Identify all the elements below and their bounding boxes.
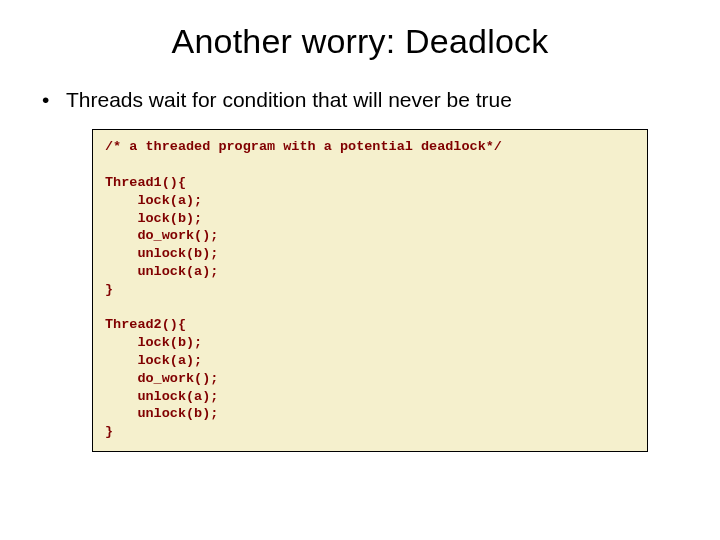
code-content: /* a threaded program with a potential d… <box>105 138 635 441</box>
code-block: /* a threaded program with a potential d… <box>92 129 648 452</box>
page-title: Another worry: Deadlock <box>0 0 720 69</box>
bullet-list: Threads wait for condition that will nev… <box>0 87 720 113</box>
bullet-item: Threads wait for condition that will nev… <box>48 87 680 113</box>
slide: Another worry: Deadlock Threads wait for… <box>0 0 720 540</box>
